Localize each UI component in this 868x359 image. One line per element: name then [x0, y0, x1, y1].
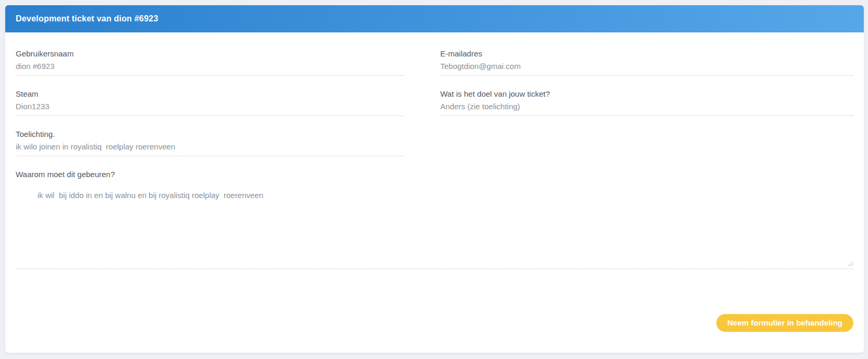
field-value-steam[interactable]: Dion1233 [16, 102, 404, 116]
take-form-in-progress-button[interactable]: Neem formulier in behandeling [716, 314, 853, 332]
field-steam: Steam Dion1233 [16, 90, 404, 116]
field-label-gebruikersnaam: Gebruikersnaam [16, 50, 404, 58]
field-label-steam: Steam [16, 90, 404, 98]
field-waarom: Waarom moet dit gebeuren? ik wil bij idd… [16, 170, 853, 269]
field-value-gebruikersnaam[interactable]: dion #6923 [16, 62, 404, 76]
field-gebruikersnaam: Gebruikersnaam dion #6923 [16, 50, 404, 76]
form-footer: Neem formulier in behandeling [16, 314, 853, 332]
field-textarea-waarom[interactable]: ik wil bij iddo in en bij walnu en bij r… [16, 183, 853, 269]
field-value-toelichting[interactable]: ik wilo joinen in royalistiq roelplay ro… [16, 143, 404, 156]
field-label-emailadres: E-mailadres [440, 50, 853, 58]
field-spacer [440, 130, 853, 156]
field-label-toelichting: Toelichting. [16, 130, 404, 138]
field-emailadres: E-mailadres Tebogtdion@gmai.com [440, 50, 853, 76]
field-value-waarom: ik wil bij iddo in en bij walnu en bij r… [38, 191, 264, 200]
field-ticket-doel: Wat is het doel van jouw ticket? Anders … [440, 90, 853, 116]
field-value-emailadres[interactable]: Tebogtdion@gmai.com [440, 62, 853, 76]
field-label-ticket-doel: Wat is het doel van jouw ticket? [440, 90, 853, 98]
field-label-waarom: Waarom moet dit gebeuren? [16, 170, 853, 179]
field-value-ticket-doel[interactable]: Anders (zie toelichting) [440, 102, 853, 116]
ticket-panel: Development ticket van dion #6923 Gebrui… [5, 5, 864, 353]
panel-header: Development ticket van dion #6923 [5, 5, 864, 32]
ticket-form: Gebruikersnaam dion #6923 E-mailadres Te… [5, 32, 864, 332]
textarea-resize-grip-icon[interactable] [847, 260, 853, 267]
field-toelichting: Toelichting. ik wilo joinen in royalisti… [16, 130, 404, 156]
form-grid: Gebruikersnaam dion #6923 E-mailadres Te… [16, 50, 853, 269]
page-title: Development ticket van dion #6923 [16, 14, 158, 24]
